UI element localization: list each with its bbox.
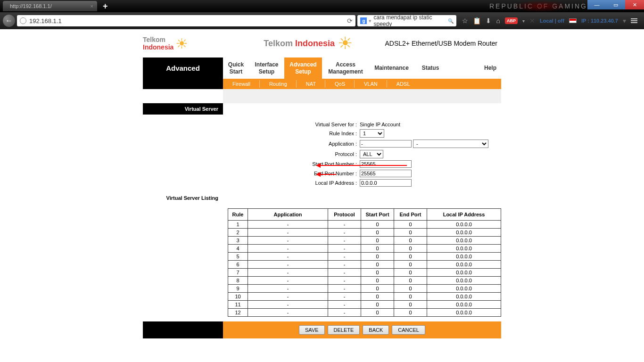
col-protocol: Protocol bbox=[328, 209, 361, 221]
delete-button[interactable]: DELETE bbox=[328, 325, 360, 335]
application-preset-select[interactable]: - bbox=[413, 140, 488, 148]
url-input[interactable] bbox=[29, 17, 344, 25]
annotation-arrow bbox=[317, 165, 407, 166]
col-rule: Rule bbox=[228, 209, 248, 221]
table-row: 9--000.0.0.0 bbox=[228, 285, 501, 293]
window-controls: — ▭ ✕ bbox=[587, 0, 644, 9]
vs-listing-table: Rule Application Protocol Start Port End… bbox=[228, 208, 501, 317]
protocol-select[interactable]: ALL bbox=[360, 150, 383, 158]
header-row: TelkomIndonesia ☀ Telkom Indonesia ☀ ADS… bbox=[143, 29, 501, 58]
decorative-glow bbox=[512, 0, 569, 12]
end-port-label: End Port Number : bbox=[223, 171, 360, 176]
main-nav: Advanced QuickStart InterfaceSetup Advan… bbox=[143, 58, 501, 79]
tab-interface-setup[interactable]: InterfaceSetup bbox=[249, 58, 284, 79]
tab-status[interactable]: Status bbox=[414, 58, 447, 79]
clipboard-icon[interactable]: 📋 bbox=[473, 17, 481, 25]
back-button[interactable]: BACK bbox=[363, 325, 389, 335]
cancel-button[interactable]: CANCEL bbox=[392, 325, 425, 335]
section-vs-listing: Virtual Server Listing bbox=[143, 192, 501, 204]
table-row: 11--000.0.0.0 bbox=[228, 301, 501, 309]
close-window-button[interactable]: ✕ bbox=[625, 0, 644, 9]
search-bar[interactable]: g ▾ cara mendapat ip static speedy 🔍 bbox=[357, 15, 456, 26]
dropdown-icon[interactable]: ▾ bbox=[522, 18, 525, 24]
table-row: 6--000.0.0.0 bbox=[228, 261, 501, 269]
action-bar: SAVE DELETE BACK CANCEL bbox=[143, 321, 501, 338]
browser-tab[interactable]: http://192.168.1.1/ × bbox=[3, 1, 97, 11]
search-go-icon[interactable]: 🔍 bbox=[448, 18, 454, 24]
section-virtual-server: Virtual Server bbox=[143, 103, 501, 115]
table-row: 4--000.0.0.0 bbox=[228, 245, 501, 253]
close-tab-icon[interactable]: × bbox=[91, 3, 93, 9]
google-icon: g bbox=[360, 17, 367, 24]
maximize-button[interactable]: ▭ bbox=[606, 0, 625, 9]
subtab-adsl[interactable]: ADSL bbox=[387, 79, 420, 89]
rule-index-select[interactable]: 1 bbox=[360, 129, 384, 138]
subtab-qos[interactable]: QoS bbox=[325, 79, 355, 89]
section-title: Virtual Server bbox=[143, 103, 223, 115]
vs-for-value: Single IP Account bbox=[360, 122, 400, 127]
back-button[interactable]: ← bbox=[3, 15, 15, 27]
tab-title: http://192.168.1.1/ bbox=[10, 3, 52, 9]
url-bar[interactable]: ⟳ bbox=[17, 15, 355, 26]
bookmarks-menu-icon[interactable]: ▾ bbox=[623, 17, 626, 25]
table-row: 7--000.0.0.0 bbox=[228, 269, 501, 277]
router-admin-page: TelkomIndonesia ☀ Telkom Indonesia ☀ ADS… bbox=[143, 29, 501, 338]
ip-display: IP : 110.23.40.7 bbox=[581, 18, 618, 24]
bookmark-star-icon[interactable]: ☆ bbox=[462, 17, 468, 25]
x-icon[interactable]: ✕ bbox=[529, 17, 535, 25]
logo-small: TelkomIndonesia ☀ bbox=[143, 36, 188, 51]
home-icon[interactable]: ⌂ bbox=[496, 17, 500, 25]
adblock-icon[interactable]: ABP bbox=[505, 17, 518, 24]
table-row: 5--000.0.0.0 bbox=[228, 253, 501, 261]
table-row: 1--000.0.0.0 bbox=[228, 221, 501, 229]
table-row: 10--000.0.0.0 bbox=[228, 293, 501, 301]
sun-icon: ☀ bbox=[175, 37, 188, 51]
subtab-routing[interactable]: Routing bbox=[260, 79, 297, 89]
toolbar-icons: ☆ 📋 ⬇ ⌂ ABP ▾ ✕ Local | off IP : 110.23.… bbox=[458, 17, 641, 25]
sun-icon: ☀ bbox=[338, 35, 353, 52]
connection-status[interactable]: Local | off bbox=[540, 18, 564, 24]
rule-index-label: Rule Index : bbox=[223, 131, 360, 136]
page-viewport[interactable]: TelkomIndonesia ☀ Telkom Indonesia ☀ ADS… bbox=[0, 29, 644, 362]
flag-icon bbox=[569, 18, 577, 23]
globe-icon bbox=[20, 17, 26, 24]
local-ip-input[interactable] bbox=[360, 179, 412, 187]
current-section-label: Advanced bbox=[143, 58, 223, 79]
application-input[interactable] bbox=[360, 140, 412, 148]
start-port-input[interactable] bbox=[360, 160, 412, 168]
col-end-port: End Port bbox=[394, 209, 427, 221]
browser-toolbar: ← ⟳ g ▾ cara mendapat ip static speedy 🔍… bbox=[0, 12, 644, 29]
subtab-nat[interactable]: NAT bbox=[297, 79, 325, 89]
listing-title: Virtual Server Listing bbox=[143, 192, 223, 204]
product-title: ADSL2+ Ethernet/USB Modem Router bbox=[385, 40, 501, 47]
application-label: Application : bbox=[223, 141, 360, 147]
table-row: 3--000.0.0.0 bbox=[228, 237, 501, 245]
minimize-button[interactable]: — bbox=[587, 0, 606, 9]
tab-help[interactable]: Help bbox=[447, 58, 501, 79]
virtual-server-form: Virtual Server for : Single IP Account R… bbox=[143, 115, 501, 192]
reload-icon[interactable]: ⟳ bbox=[347, 17, 353, 25]
annotation-arrow bbox=[317, 174, 336, 175]
new-tab-button[interactable]: + bbox=[103, 1, 108, 11]
subtab-vlan[interactable]: VLAN bbox=[355, 79, 387, 89]
tab-access-management[interactable]: AccessManagement bbox=[322, 58, 369, 79]
tab-maintenance[interactable]: Maintenance bbox=[369, 58, 414, 79]
menu-icon[interactable] bbox=[631, 18, 637, 23]
table-row: 12--000.0.0.0 bbox=[228, 309, 501, 317]
table-row: 2--000.0.0.0 bbox=[228, 229, 501, 237]
tab-quick-start[interactable]: QuickStart bbox=[223, 58, 249, 79]
start-port-label: Start Port Number : bbox=[223, 161, 360, 167]
col-start-port: Start Port bbox=[361, 209, 394, 221]
sub-nav: Firewall Routing NAT QoS VLAN ADSL bbox=[143, 79, 501, 89]
downloads-icon[interactable]: ⬇ bbox=[486, 17, 491, 25]
tab-advanced-setup[interactable]: AdvancedSetup bbox=[284, 58, 322, 79]
protocol-label: Protocol : bbox=[223, 151, 360, 157]
save-button[interactable]: SAVE bbox=[299, 325, 325, 335]
search-dropdown-icon[interactable]: ▾ bbox=[369, 18, 372, 24]
local-ip-label: Local IP Address : bbox=[223, 180, 360, 186]
search-text: cara mendapat ip static speedy bbox=[373, 14, 446, 27]
window-titlebar: http://192.168.1.1/ × + REPUBLIC OF GAMI… bbox=[0, 0, 644, 12]
col-application: Application bbox=[248, 209, 328, 221]
subtab-firewall[interactable]: Firewall bbox=[223, 79, 260, 89]
end-port-input[interactable] bbox=[360, 170, 412, 177]
